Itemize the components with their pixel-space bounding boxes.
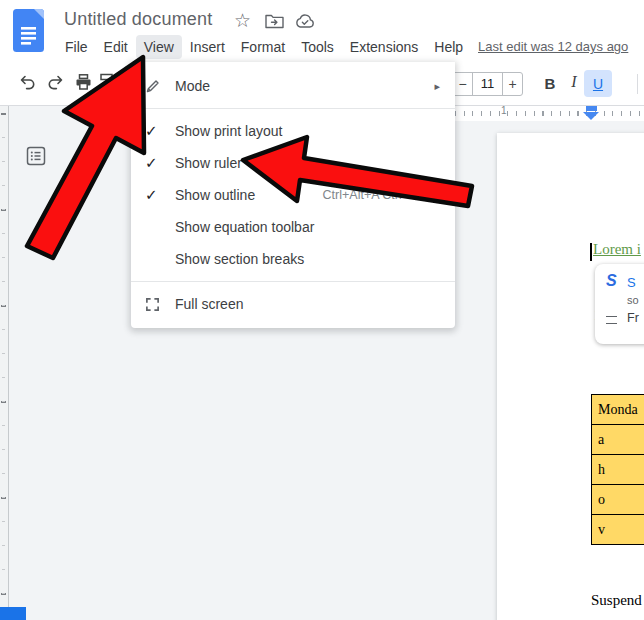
menu-item-show-equation-toolbar[interactable]: Show equation toolbar: [131, 211, 455, 243]
link-hovercard[interactable]: S S so Fr: [595, 264, 644, 344]
last-edit-link[interactable]: Last edit was 12 days ago: [478, 39, 628, 54]
document-page[interactable]: 1 of 4 Lorem i S S so Fr Monda a h o v S…: [497, 133, 644, 620]
star-icon[interactable]: ☆: [234, 9, 251, 32]
undo-icon[interactable]: [18, 73, 37, 90]
fullscreen-icon: [145, 297, 160, 312]
menu-item-show-section-breaks[interactable]: Show section breaks: [131, 243, 455, 275]
document-outline-icon: [24, 144, 48, 168]
header: Untitled document ☆ File Edit View Inser…: [0, 0, 644, 62]
ruler-inch-label: 1: [501, 105, 507, 116]
first-line-indent-marker[interactable]: [586, 106, 597, 111]
redo-icon[interactable]: [46, 73, 65, 90]
favicon-letter-icon: S: [606, 272, 617, 290]
menu-item-label: Show print layout: [175, 123, 282, 139]
menu-item-show-print-layout[interactable]: ✓ Show print layout: [131, 115, 455, 147]
menu-divider: [131, 281, 455, 282]
table-cell[interactable]: o: [592, 485, 644, 515]
font-size-control: − 11 +: [452, 72, 523, 96]
pencil-icon: [145, 78, 161, 94]
bold-button[interactable]: B: [540, 75, 560, 92]
corner-blue-badge: [0, 607, 26, 620]
menu-item-show-outline[interactable]: ✓ Show outline Ctrl+Alt+A Ctrl+Alt+H: [131, 179, 455, 211]
check-icon: ✓: [145, 154, 158, 172]
table-cell[interactable]: Monda: [592, 395, 644, 425]
check-icon: ✓: [145, 186, 158, 204]
document-table[interactable]: Monda a h o v: [591, 394, 644, 545]
menu-insert[interactable]: Insert: [182, 35, 233, 59]
menu-item-full-screen[interactable]: Full screen: [131, 288, 455, 320]
google-docs-window: 1 1 of 4 Lorem i S S so Fr Monda a h o v: [0, 0, 644, 620]
menu-view[interactable]: View: [136, 35, 182, 59]
table-cell[interactable]: h: [592, 455, 644, 485]
document-title-input[interactable]: Untitled document: [64, 9, 212, 30]
text-cursor: [590, 243, 592, 261]
show-document-outline-button[interactable]: [24, 144, 48, 168]
google-docs-logo-icon[interactable]: [13, 9, 44, 52]
hovercard-url: so: [627, 294, 639, 306]
menu-file[interactable]: File: [57, 35, 96, 59]
cloud-saved-icon[interactable]: [295, 14, 315, 29]
document-link[interactable]: Lorem i: [593, 241, 641, 258]
vertical-ruler-minor-ticks: [2, 137, 5, 615]
print-icon[interactable]: [74, 73, 93, 91]
underline-label: U: [593, 76, 603, 92]
toolbar-divider: [637, 74, 638, 94]
italic-button[interactable]: I: [564, 73, 584, 91]
menu-format[interactable]: Format: [233, 35, 293, 59]
menu-tools[interactable]: Tools: [293, 35, 342, 59]
font-size-increase-button[interactable]: +: [503, 73, 522, 95]
table-cell[interactable]: a: [592, 425, 644, 455]
menu-edit[interactable]: Edit: [96, 35, 136, 59]
menu-item-label: Show section breaks: [175, 251, 304, 267]
underline-button[interactable]: U: [584, 70, 612, 97]
menu-item-label: Show outline: [175, 187, 255, 203]
body-text: Suspend: [591, 592, 642, 609]
description-lines-icon: [606, 316, 617, 324]
menu-extensions[interactable]: Extensions: [342, 35, 426, 59]
menu-item-label: Full screen: [175, 296, 243, 312]
table-cell[interactable]: v: [592, 515, 644, 545]
hovercard-title[interactable]: S: [627, 275, 636, 290]
left-indent-marker[interactable]: [583, 112, 599, 120]
submenu-arrow-icon: ▸: [434, 80, 440, 93]
menu-item-label: Show ruler: [175, 155, 242, 171]
hovercard-subtitle: Fr: [627, 311, 639, 325]
menu-item-show-ruler[interactable]: ✓ Show ruler: [131, 147, 455, 179]
menu-item-mode[interactable]: Mode ▸: [131, 70, 455, 102]
menu-divider: [131, 108, 455, 109]
menubar: File Edit View Insert Format Tools Exten…: [57, 35, 471, 59]
menu-help[interactable]: Help: [426, 35, 471, 59]
view-menu-dropdown: Mode ▸ ✓ Show print layout ✓ Show ruler …: [131, 62, 455, 328]
font-size-decrease-button[interactable]: −: [453, 73, 472, 95]
move-folder-icon[interactable]: [265, 14, 284, 29]
shortcut-label: Ctrl+Alt+A Ctrl+Alt+H: [323, 188, 440, 202]
menu-item-label: Show equation toolbar: [175, 219, 314, 235]
check-icon: ✓: [145, 122, 158, 140]
font-size-input[interactable]: 11: [472, 73, 503, 95]
paint-format-icon[interactable]: [100, 73, 116, 90]
menu-item-label: Mode: [175, 78, 210, 94]
horizontal-ruler-ticks: [455, 111, 644, 116]
